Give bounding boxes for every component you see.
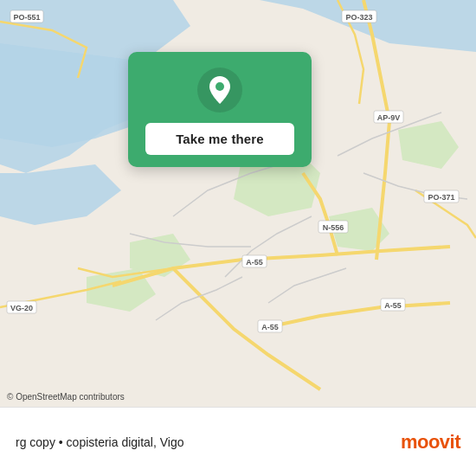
svg-text:VG-20: VG-20 (10, 304, 33, 312)
moovit-brand: moovit (401, 431, 460, 453)
svg-text:N-556: N-556 (323, 223, 344, 232)
take-me-there-button[interactable]: Take me there (145, 123, 294, 155)
map-area: PO-551 PO-323 AP-9V N-556 A-55 A-55 A-55… (0, 0, 476, 407)
bottom-bar: rg copy • copisteria digital, Vigo moovi… (0, 407, 476, 476)
svg-text:PO-323: PO-323 (345, 13, 372, 22)
svg-text:A-55: A-55 (246, 258, 263, 267)
svg-text:PO-371: PO-371 (428, 193, 454, 202)
svg-point-20 (215, 82, 224, 91)
map-pin-icon (197, 68, 242, 113)
app-container: PO-551 PO-323 AP-9V N-556 A-55 A-55 A-55… (0, 0, 476, 476)
location-name: rg copy • copisteria digital, Vigo (16, 435, 184, 449)
svg-text:A-55: A-55 (384, 301, 402, 310)
svg-text:PO-551: PO-551 (13, 13, 40, 22)
svg-text:A-55: A-55 (261, 323, 279, 331)
moovit-logo: moovit (401, 431, 460, 453)
svg-text:AP-9V: AP-9V (377, 113, 401, 122)
map-attribution: © OpenStreetMap contributors (7, 392, 125, 402)
navigation-card: Take me there (128, 52, 312, 167)
